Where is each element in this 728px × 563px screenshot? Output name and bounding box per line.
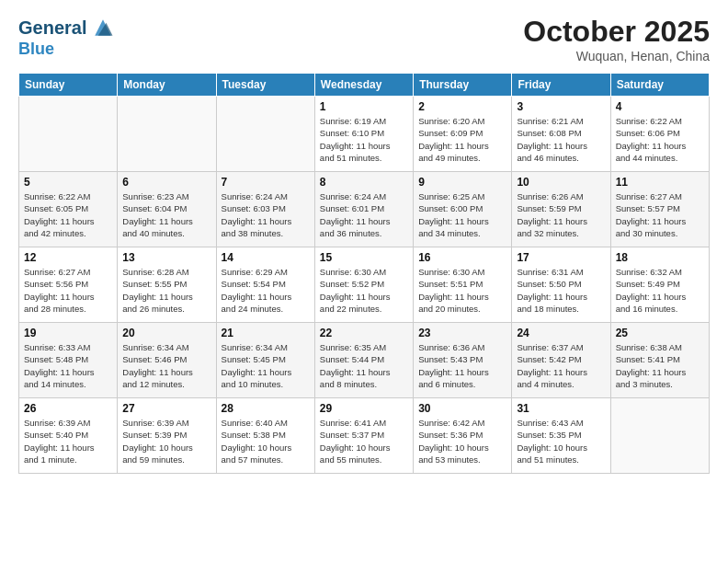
calendar-cell: 28Sunrise: 6:40 AMSunset: 5:38 PMDayligh… [216,398,314,474]
day-number: 5 [24,176,112,189]
day-number: 27 [122,402,210,415]
day-info: Sunrise: 6:24 AMSunset: 6:03 PMDaylight:… [222,190,310,239]
day-number: 3 [517,100,605,113]
calendar-table: SundayMondayTuesdayWednesdayThursdayFrid… [18,73,710,474]
weekday-monday: Monday [118,74,216,97]
calendar-cell: 29Sunrise: 6:41 AMSunset: 5:37 PMDayligh… [314,398,413,474]
day-number: 25 [616,327,704,339]
day-info: Sunrise: 6:34 AMSunset: 5:45 PMDaylight:… [222,341,310,390]
calendar-cell: 2Sunrise: 6:20 AMSunset: 6:09 PMDaylight… [414,97,512,172]
day-info: Sunrise: 6:26 AMSunset: 5:59 PMDaylight:… [517,190,605,239]
calendar-cell [118,97,216,172]
day-number: 28 [222,402,310,415]
day-number: 2 [418,100,506,113]
logo-subtext: Blue [18,40,116,59]
day-number: 17 [517,251,605,264]
calendar-cell: 14Sunrise: 6:29 AMSunset: 5:54 PMDayligh… [216,247,314,323]
logo: General Blue [18,15,116,59]
day-info: Sunrise: 6:27 AMSunset: 5:56 PMDaylight:… [24,266,112,315]
day-number: 9 [418,176,506,189]
day-info: Sunrise: 6:41 AMSunset: 5:37 PMDaylight:… [320,417,408,465]
weekday-saturday: Saturday [610,74,709,97]
calendar-cell: 1Sunrise: 6:19 AMSunset: 6:10 PMDaylight… [314,97,413,172]
day-number: 1 [320,100,408,113]
calendar-cell: 24Sunrise: 6:37 AMSunset: 5:42 PMDayligh… [512,323,610,398]
day-info: Sunrise: 6:33 AMSunset: 5:48 PMDaylight:… [24,341,112,390]
calendar-cell: 3Sunrise: 6:21 AMSunset: 6:08 PMDaylight… [512,97,610,172]
day-info: Sunrise: 6:22 AMSunset: 6:06 PMDaylight:… [616,115,704,164]
calendar-cell: 22Sunrise: 6:35 AMSunset: 5:44 PMDayligh… [314,323,413,398]
calendar-cell: 20Sunrise: 6:34 AMSunset: 5:46 PMDayligh… [118,323,216,398]
calendar-cell [19,97,118,172]
calendar-cell: 30Sunrise: 6:42 AMSunset: 5:36 PMDayligh… [414,398,512,474]
day-number: 29 [320,402,408,415]
page-header: General Blue October 2025 Wuquan, Henan,… [18,15,710,63]
weekday-friday: Friday [512,74,610,97]
calendar-cell: 12Sunrise: 6:27 AMSunset: 5:56 PMDayligh… [19,247,118,323]
weekday-wednesday: Wednesday [314,74,413,97]
calendar-cell: 19Sunrise: 6:33 AMSunset: 5:48 PMDayligh… [19,323,118,398]
week-row-1: 1Sunrise: 6:19 AMSunset: 6:10 PMDaylight… [19,97,710,172]
day-info: Sunrise: 6:30 AMSunset: 5:52 PMDaylight:… [320,266,408,315]
day-info: Sunrise: 6:25 AMSunset: 6:00 PMDaylight:… [418,190,506,239]
day-number: 19 [24,327,112,339]
weekday-header-row: SundayMondayTuesdayWednesdayThursdayFrid… [19,74,710,97]
calendar-cell: 17Sunrise: 6:31 AMSunset: 5:50 PMDayligh… [512,247,610,323]
day-info: Sunrise: 6:40 AMSunset: 5:38 PMDaylight:… [222,417,310,465]
title-block: October 2025 Wuquan, Henan, China [523,15,710,63]
day-info: Sunrise: 6:24 AMSunset: 6:01 PMDaylight:… [320,190,408,239]
calendar-cell: 9Sunrise: 6:25 AMSunset: 6:00 PMDaylight… [414,172,512,247]
day-number: 16 [418,251,506,264]
calendar-cell: 23Sunrise: 6:36 AMSunset: 5:43 PMDayligh… [414,323,512,398]
day-info: Sunrise: 6:21 AMSunset: 6:08 PMDaylight:… [517,115,605,164]
day-info: Sunrise: 6:23 AMSunset: 6:04 PMDaylight:… [122,190,210,239]
day-info: Sunrise: 6:39 AMSunset: 5:39 PMDaylight:… [122,417,210,465]
calendar-body: 1Sunrise: 6:19 AMSunset: 6:10 PMDaylight… [19,97,710,474]
calendar-cell: 26Sunrise: 6:39 AMSunset: 5:40 PMDayligh… [19,398,118,474]
day-info: Sunrise: 6:31 AMSunset: 5:50 PMDaylight:… [517,266,605,315]
day-number: 31 [517,402,605,415]
day-number: 23 [418,327,506,339]
calendar-cell: 27Sunrise: 6:39 AMSunset: 5:39 PMDayligh… [118,398,216,474]
week-row-3: 12Sunrise: 6:27 AMSunset: 5:56 PMDayligh… [19,247,710,323]
day-info: Sunrise: 6:43 AMSunset: 5:35 PMDaylight:… [517,417,605,465]
week-row-2: 5Sunrise: 6:22 AMSunset: 6:05 PMDaylight… [19,172,710,247]
day-info: Sunrise: 6:32 AMSunset: 5:49 PMDaylight:… [616,266,704,315]
calendar-cell [216,97,314,172]
day-info: Sunrise: 6:42 AMSunset: 5:36 PMDaylight:… [418,417,506,465]
day-info: Sunrise: 6:39 AMSunset: 5:40 PMDaylight:… [24,417,112,465]
day-info: Sunrise: 6:20 AMSunset: 6:09 PMDaylight:… [418,115,506,164]
week-row-5: 26Sunrise: 6:39 AMSunset: 5:40 PMDayligh… [19,398,710,474]
calendar-cell: 6Sunrise: 6:23 AMSunset: 6:04 PMDaylight… [118,172,216,247]
calendar-cell: 11Sunrise: 6:27 AMSunset: 5:57 PMDayligh… [610,172,709,247]
calendar-cell: 10Sunrise: 6:26 AMSunset: 5:59 PMDayligh… [512,172,610,247]
day-number: 8 [320,176,408,189]
day-number: 21 [222,327,310,339]
calendar-cell: 21Sunrise: 6:34 AMSunset: 5:45 PMDayligh… [216,323,314,398]
day-number: 13 [122,251,210,264]
day-number: 7 [222,176,310,189]
day-info: Sunrise: 6:37 AMSunset: 5:42 PMDaylight:… [517,341,605,390]
day-info: Sunrise: 6:27 AMSunset: 5:57 PMDaylight:… [616,190,704,239]
calendar-cell [610,398,709,474]
day-number: 10 [517,176,605,189]
day-number: 26 [24,402,112,415]
calendar-cell: 8Sunrise: 6:24 AMSunset: 6:01 PMDaylight… [314,172,413,247]
day-info: Sunrise: 6:35 AMSunset: 5:44 PMDaylight:… [320,341,408,390]
calendar-cell: 31Sunrise: 6:43 AMSunset: 5:35 PMDayligh… [512,398,610,474]
logo-icon [90,15,116,40]
day-number: 14 [222,251,310,264]
calendar-cell: 18Sunrise: 6:32 AMSunset: 5:49 PMDayligh… [610,247,709,323]
day-info: Sunrise: 6:28 AMSunset: 5:55 PMDaylight:… [122,266,210,315]
location: Wuquan, Henan, China [523,49,710,63]
day-number: 15 [320,251,408,264]
day-info: Sunrise: 6:19 AMSunset: 6:10 PMDaylight:… [320,115,408,164]
logo-text: General [18,17,86,38]
weekday-sunday: Sunday [19,74,118,97]
day-number: 11 [616,176,704,189]
day-number: 4 [616,100,704,113]
month-title: October 2025 [523,15,710,49]
day-number: 6 [122,176,210,189]
day-number: 20 [122,327,210,339]
day-info: Sunrise: 6:38 AMSunset: 5:41 PMDaylight:… [616,341,704,390]
